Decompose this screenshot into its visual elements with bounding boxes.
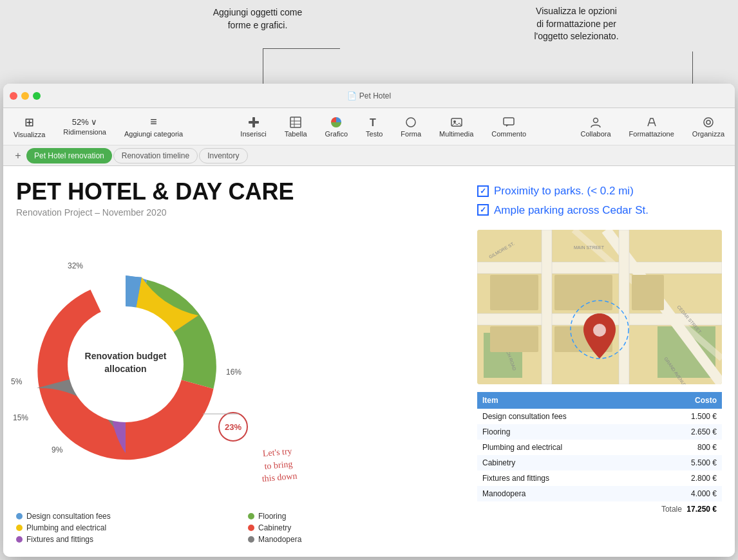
toolbar-testo[interactable]: T Testo bbox=[362, 113, 386, 140]
table-header-cost: Costo bbox=[621, 392, 722, 409]
toolbar-tabella[interactable]: Tabella bbox=[281, 113, 311, 140]
map-container: GILMORE ST. MAIN STREET CEDAR STREET RAN… bbox=[477, 230, 722, 384]
maximize-button[interactable] bbox=[33, 92, 41, 100]
svg-text:MAIN STREET: MAIN STREET bbox=[574, 245, 605, 250]
toolbar-formattazione[interactable]: Formattazione bbox=[625, 113, 678, 140]
add-tab-button[interactable]: + bbox=[11, 149, 25, 163]
chart-legend: Design consultation fees Flooring Plumbi… bbox=[16, 512, 464, 544]
toolbar-organizza[interactable]: Organizza bbox=[688, 113, 728, 140]
table-cell-cost: 1.500 € bbox=[621, 409, 722, 424]
tab-inventory[interactable]: Inventory bbox=[199, 148, 247, 163]
table-cell-item: Fixtures and fittings bbox=[477, 471, 621, 486]
table-row: Manodopera 4.000 € bbox=[477, 486, 722, 501]
table-footer-row: Totale 17.250 € bbox=[477, 501, 722, 517]
insert-icon bbox=[247, 116, 260, 129]
left-panel: PET HOTEL & DAY CARE Renovation Project … bbox=[16, 179, 464, 544]
pct-5: 5% bbox=[11, 377, 22, 386]
svg-rect-1 bbox=[252, 117, 255, 127]
toolbar-visualizza[interactable]: ⊞ Visualizza bbox=[10, 113, 49, 141]
legend-item-cabinetry: Cabinetry bbox=[248, 523, 464, 532]
svg-rect-22 bbox=[477, 262, 722, 274]
table-cell-cost: 2.650 € bbox=[621, 424, 722, 440]
legend-item-design: Design consultation fees bbox=[16, 512, 232, 521]
svg-point-14 bbox=[704, 118, 713, 127]
multimedia-icon bbox=[450, 116, 463, 129]
table-cell-item: Flooring bbox=[477, 424, 621, 440]
close-button[interactable] bbox=[10, 92, 17, 100]
list-icon: ≡ bbox=[150, 115, 157, 129]
legend-item-manodopera: Manodopera bbox=[248, 535, 464, 544]
table-cell-item: Plumbing and electrical bbox=[477, 440, 621, 455]
table-row: Cabinetry 5.500 € bbox=[477, 455, 722, 471]
chart-title: PET HOTEL & DAY CARE bbox=[16, 179, 464, 205]
donut-wrapper: 32% 16% 5% 15% 9% bbox=[16, 255, 235, 474]
tab-renovation[interactable]: Pet Hotel renovation bbox=[26, 148, 112, 163]
annotation-line-left bbox=[263, 48, 263, 84]
svg-rect-27 bbox=[619, 230, 629, 384]
legend-dot-design bbox=[16, 513, 23, 519]
collaborate-icon bbox=[589, 116, 602, 129]
table-cell-item: Cabinetry bbox=[477, 455, 621, 471]
right-panel: ✓ Proximity to parks. (< 0.2 mi) ✓ Ample… bbox=[477, 179, 722, 544]
toolbar-inserisci[interactable]: Inserisci bbox=[236, 113, 270, 140]
window-title: 📄 Pet Hotel bbox=[347, 91, 391, 100]
svg-text:Renovation budget: Renovation budget bbox=[85, 351, 167, 361]
legend-item-plumbing: Plumbing and electrical bbox=[16, 523, 232, 532]
legend-item-fixtures: Fixtures and fittings bbox=[16, 535, 232, 544]
table-row: Design consultation fees 1.500 € bbox=[477, 409, 722, 424]
toolbar-aggiungi-categoria[interactable]: ≡ Aggiungi categoria bbox=[120, 113, 187, 140]
svg-text:T: T bbox=[370, 117, 376, 128]
minimize-button[interactable] bbox=[21, 92, 29, 100]
svg-rect-26 bbox=[542, 230, 552, 384]
tab-timeline[interactable]: Renovation timeline bbox=[113, 148, 198, 163]
svg-point-13 bbox=[706, 120, 710, 124]
chart-area: 32% 16% 5% 15% 9% bbox=[16, 228, 464, 501]
grid-icon: ⊞ bbox=[24, 115, 34, 129]
svg-rect-2 bbox=[290, 117, 301, 127]
annotation-left: Aggiungi oggetti come forme e grafici. bbox=[187, 6, 328, 32]
svg-point-39 bbox=[593, 324, 606, 337]
donut-chart: Renovation budget allocation bbox=[23, 261, 229, 467]
callout-line bbox=[203, 404, 241, 424]
toolbar-forma[interactable]: Forma bbox=[397, 113, 425, 140]
checkbox-2[interactable]: ✓ bbox=[477, 204, 489, 216]
chart-subtitle: Renovation Project – November 2020 bbox=[16, 207, 464, 218]
handwritten-notes: ✓ Proximity to parks. (< 0.2 mi) ✓ Ample… bbox=[477, 179, 722, 222]
toolbar-ridimensiona[interactable]: 52% ∨ Ridimensiona bbox=[59, 115, 110, 138]
toolbar-grafico[interactable]: Grafico bbox=[321, 113, 352, 140]
callout-23-area: 23% Let's tryto bringthis down bbox=[218, 412, 248, 442]
app-window: 📄 Pet Hotel ⊞ Visualizza 52% ∨ Ridimensi… bbox=[3, 84, 735, 557]
svg-rect-33 bbox=[490, 275, 538, 310]
svg-point-11 bbox=[594, 118, 598, 122]
main-content: PET HOTEL & DAY CARE Renovation Project … bbox=[3, 166, 735, 557]
table-footer-label bbox=[477, 501, 621, 517]
window-title-icon: 📄 bbox=[347, 91, 357, 100]
toolbar-right: Collabora Formattazione Organizza bbox=[576, 113, 728, 140]
organize-icon bbox=[702, 116, 715, 129]
annotation-line-right bbox=[692, 51, 693, 85]
format-icon bbox=[645, 116, 658, 129]
svg-rect-10 bbox=[504, 118, 514, 125]
toolbar: ⊞ Visualizza 52% ∨ Ridimensiona ≡ Aggiun… bbox=[3, 108, 735, 145]
note-item-2: ✓ Ample parking across Cedar St. bbox=[477, 202, 722, 219]
callout-text: Let's tryto bringthis down bbox=[260, 444, 298, 485]
table-cell-cost: 800 € bbox=[621, 440, 722, 455]
table-cell-cost: 2.800 € bbox=[621, 471, 722, 486]
table-row: Plumbing and electrical 800 € bbox=[477, 440, 722, 455]
svg-rect-35 bbox=[632, 275, 664, 310]
table-header-item: Item bbox=[477, 392, 621, 409]
checkbox-1[interactable]: ✓ bbox=[477, 185, 489, 197]
table-cell-cost: 4.000 € bbox=[621, 486, 722, 501]
table-row: Flooring 2.650 € bbox=[477, 424, 722, 440]
toolbar-center: Inserisci Tabella Grafico T Testo Forma … bbox=[190, 113, 576, 140]
comment-icon bbox=[502, 116, 515, 129]
table-cell-item: Manodopera bbox=[477, 486, 621, 501]
note-item-1: ✓ Proximity to parks. (< 0.2 mi) bbox=[477, 183, 722, 200]
titlebar: 📄 Pet Hotel bbox=[3, 84, 735, 108]
toolbar-collabora[interactable]: Collabora bbox=[576, 113, 614, 140]
legend-dot-cabinetry bbox=[248, 525, 254, 531]
table-footer-total: Totale 17.250 € bbox=[621, 501, 722, 517]
toolbar-commento[interactable]: Commento bbox=[487, 113, 530, 140]
toolbar-multimedia[interactable]: Multimedia bbox=[435, 113, 477, 140]
shape-icon bbox=[404, 116, 417, 129]
